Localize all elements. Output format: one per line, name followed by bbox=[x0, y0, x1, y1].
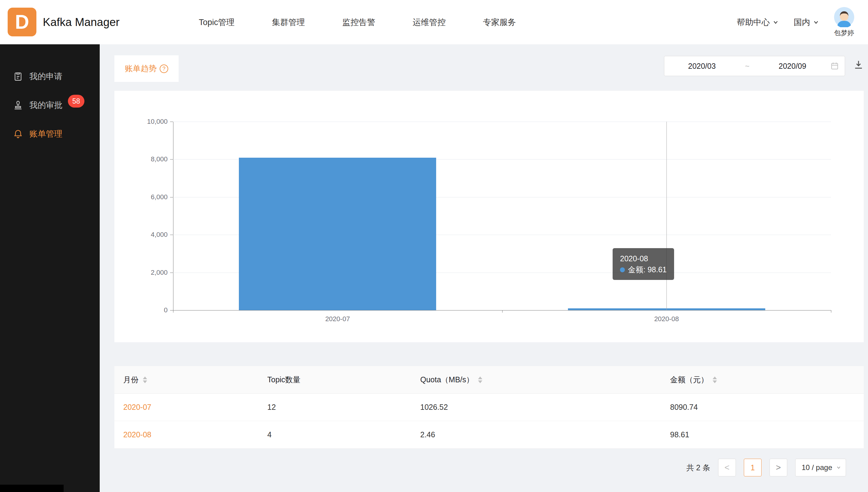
help-center-menu[interactable]: 帮助中心 bbox=[737, 17, 779, 28]
sidebar-collapse-trigger[interactable] bbox=[0, 485, 64, 492]
table-header-row: 月份 Topic数量 Quota（MB/s） 金额（元） bbox=[114, 366, 864, 394]
chart-card: 02,0004,0006,0008,00010,0002020-072020-0… bbox=[114, 91, 864, 342]
help-center-label: 帮助中心 bbox=[737, 17, 770, 28]
app-header: D Kafka Manager Topic管理 集群管理 监控告警 运维管控 专… bbox=[0, 0, 868, 44]
region-label: 国内 bbox=[794, 17, 810, 28]
sidebar-item-bill-management[interactable]: 账单管理 bbox=[0, 120, 100, 148]
app-logo[interactable]: D bbox=[8, 8, 37, 36]
gridline bbox=[173, 122, 831, 122]
sort-icons[interactable] bbox=[478, 376, 482, 383]
user-menu[interactable]: 包梦婷 bbox=[834, 7, 854, 38]
date-end-value[interactable]: 2020/09 bbox=[755, 62, 830, 71]
stamp-icon bbox=[13, 100, 23, 110]
hover-crosshair bbox=[666, 122, 667, 310]
column-header-amount[interactable]: 金额（元） bbox=[661, 375, 864, 385]
chevron-down-icon bbox=[836, 465, 841, 470]
y-axis-tick-label: 0 bbox=[114, 306, 168, 314]
column-header-topic-count: Topic数量 bbox=[258, 375, 412, 385]
nav-expert-service[interactable]: 专家服务 bbox=[483, 17, 516, 28]
approvals-count-badge: 58 bbox=[68, 95, 85, 107]
date-start-value[interactable]: 2020/03 bbox=[664, 62, 740, 71]
column-label: 金额（元） bbox=[670, 375, 708, 385]
pagination: 共 2 条 < 1 > 10 / page bbox=[686, 459, 846, 476]
y-axis-tick-label: 6,000 bbox=[114, 193, 168, 201]
cell-topic-count: 12 bbox=[258, 403, 412, 412]
y-axis-tick-label: 10,000 bbox=[114, 118, 168, 126]
y-axis-tick bbox=[170, 310, 173, 311]
cell-amount: 98.61 bbox=[661, 430, 864, 439]
sidebar-item-my-approvals[interactable]: 我的审批 bbox=[0, 91, 100, 120]
column-header-month[interactable]: 月份 bbox=[114, 375, 258, 385]
month-link[interactable]: 2020-07 bbox=[123, 403, 151, 412]
cell-quota: 1026.52 bbox=[412, 403, 661, 412]
nav-topic-management[interactable]: Topic管理 bbox=[199, 17, 235, 28]
chevron-down-icon bbox=[813, 19, 819, 26]
tab-label: 账单趋势 bbox=[125, 63, 157, 74]
y-axis-tick bbox=[170, 159, 173, 159]
header-right: 帮助中心 国内 包梦婷 bbox=[737, 0, 854, 44]
column-label: Quota（MB/s） bbox=[420, 375, 474, 385]
date-separator: ~ bbox=[740, 62, 755, 71]
x-axis-tick bbox=[502, 310, 502, 313]
y-axis-tick bbox=[170, 273, 173, 273]
sidebar-menu: 我的申请 我的审批 账单管理 bbox=[0, 44, 100, 148]
y-axis-tick bbox=[170, 122, 173, 122]
total-count: 共 2 条 bbox=[686, 463, 710, 473]
table-body: 2020-07 12 1026.52 8090.74 2020-08 4 2.4… bbox=[114, 394, 864, 449]
calendar-icon[interactable] bbox=[830, 62, 839, 71]
x-axis-tick-label: 2020-08 bbox=[654, 315, 679, 323]
sidebar-item-label: 账单管理 bbox=[29, 128, 63, 139]
clipboard-icon bbox=[13, 71, 23, 81]
x-axis-tick bbox=[173, 310, 173, 313]
table-row: 2020-07 12 1026.52 8090.74 bbox=[114, 394, 864, 421]
x-axis-tick-label: 2020-07 bbox=[325, 315, 350, 323]
page-size-select[interactable]: 10 / page bbox=[795, 459, 846, 476]
logo-letter: D bbox=[15, 11, 29, 33]
y-axis-tick-label: 2,000 bbox=[114, 269, 168, 276]
avatar bbox=[834, 7, 854, 27]
chart-tooltip: 2020-08金额: 98.61 bbox=[613, 248, 674, 280]
page-size-value: 10 / page bbox=[802, 463, 832, 472]
sidebar-item-label: 我的申请 bbox=[29, 71, 63, 82]
main-content: 账单趋势 ? 2020/03 ~ 2020/09 02,0004,0006,00… bbox=[100, 44, 868, 492]
y-axis-tick-label: 4,000 bbox=[114, 231, 168, 239]
date-range-picker[interactable]: 2020/03 ~ 2020/09 bbox=[664, 56, 845, 76]
month-link[interactable]: 2020-08 bbox=[123, 430, 151, 439]
tab-bill-trend[interactable]: 账单趋势 ? bbox=[114, 55, 179, 82]
y-axis-tick bbox=[170, 197, 173, 197]
column-label: Topic数量 bbox=[267, 375, 300, 385]
y-axis-tick-label: 8,000 bbox=[114, 155, 168, 163]
nav-cluster-management[interactable]: 集群管理 bbox=[272, 17, 305, 28]
question-circle-icon[interactable]: ? bbox=[160, 65, 168, 73]
bar-2020-07[interactable] bbox=[239, 158, 436, 310]
region-select[interactable]: 国内 bbox=[794, 17, 819, 28]
main-nav: Topic管理 集群管理 监控告警 运维管控 专家服务 bbox=[199, 0, 516, 44]
bill-icon bbox=[13, 129, 23, 139]
user-name: 包梦婷 bbox=[834, 28, 854, 38]
nav-ops-control[interactable]: 运维管控 bbox=[413, 17, 446, 28]
sort-icons[interactable] bbox=[143, 376, 147, 383]
column-header-quota[interactable]: Quota（MB/s） bbox=[412, 375, 661, 385]
series-dot bbox=[620, 267, 625, 272]
nav-monitor-alert[interactable]: 监控告警 bbox=[342, 17, 375, 28]
column-label: 月份 bbox=[123, 375, 139, 385]
tooltip-row: 金额: 98.61 bbox=[620, 264, 666, 275]
download-icon bbox=[853, 59, 864, 71]
next-page-button[interactable]: > bbox=[770, 459, 787, 476]
sidebar: 我的申请 我的审批 账单管理 58 bbox=[0, 44, 100, 492]
tooltip-title: 2020-08 bbox=[620, 253, 666, 264]
prev-page-button[interactable]: < bbox=[718, 459, 736, 476]
sidebar-item-my-applications[interactable]: 我的申请 bbox=[0, 62, 100, 91]
tooltip-value: 金额: 98.61 bbox=[628, 265, 666, 274]
sidebar-item-label: 我的审批 bbox=[29, 100, 63, 110]
page-1-button[interactable]: 1 bbox=[744, 459, 761, 476]
bill-table: 月份 Topic数量 Quota（MB/s） 金额（元） 2020-07 12 … bbox=[114, 366, 864, 449]
cell-topic-count: 4 bbox=[258, 430, 412, 439]
download-button[interactable] bbox=[851, 58, 866, 72]
cell-amount: 8090.74 bbox=[661, 403, 864, 412]
cell-quota: 2.46 bbox=[412, 430, 661, 439]
sort-icons[interactable] bbox=[713, 376, 717, 383]
chevron-down-icon bbox=[772, 19, 779, 26]
y-axis bbox=[173, 122, 173, 310]
brand-title: Kafka Manager bbox=[43, 0, 120, 44]
